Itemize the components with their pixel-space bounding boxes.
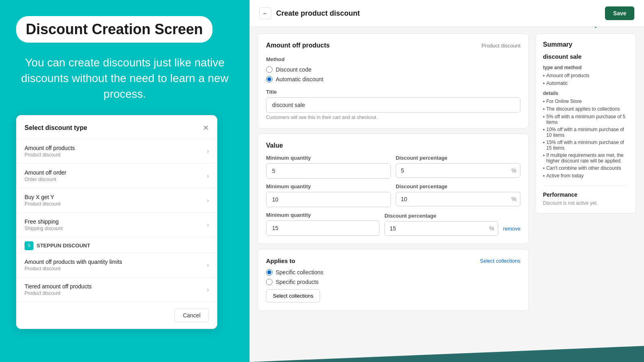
performance-section: Performance Discount is not active yet. (543, 185, 628, 206)
disc-pct-input-2[interactable] (396, 192, 520, 206)
save-button[interactable]: Save (605, 6, 634, 20)
value-row-1: Minimum quantity Discount percentage % (266, 155, 520, 179)
pct-suffix-3: % (489, 225, 494, 232)
summary-type-method-label: type and method (543, 65, 628, 70)
summary-list-item: 10% off with a minimum purchase of 10 it… (543, 127, 628, 138)
item-main-label: Tiered amount off products (25, 283, 92, 290)
cancel-button[interactable]: Cancel (174, 309, 209, 322)
radio-specific-collections[interactable]: Specific collections (266, 269, 520, 276)
chevron-right-icon: › (207, 197, 209, 204)
value-card-title: Value (266, 142, 520, 149)
radio-automatic-discount-input[interactable] (266, 76, 272, 82)
min-qty-group-2: Minimum quantity (266, 183, 391, 207)
method-card: Amount off products Product discount Met… (258, 33, 529, 129)
summary-list-item: The discount applies to collections (543, 106, 628, 112)
radio-automatic-discount-label: Automatic discount (276, 76, 323, 82)
modal-close-button[interactable]: ✕ (203, 123, 209, 132)
item-sub-label: Product discount (25, 201, 60, 207)
min-qty-input-3[interactable] (266, 220, 380, 236)
disc-pct-input-1[interactable] (396, 163, 520, 178)
item-main-label: Amount off order (25, 169, 66, 176)
performance-text: Discount is not active yet. (543, 200, 628, 206)
radio-discount-code[interactable]: Discount code (266, 66, 520, 73)
radio-specific-products-input[interactable] (266, 279, 272, 285)
summary-type-method-list: Amount off products Automatic (543, 73, 628, 86)
item-main-label: Amount off products (25, 145, 75, 151)
steppun-section: S STEPPUN DISCOUNT (17, 237, 217, 253)
applies-to-title: Applies to (266, 257, 295, 264)
item-sub-label: Order discount (25, 177, 66, 182)
list-item[interactable]: Buy X get Y Product discount › (17, 188, 217, 213)
right-area: ← Create product discount Save Amount of… (250, 0, 644, 362)
left-panel: Discount Creation Screen You can create … (0, 0, 250, 362)
method-radio-group: Discount code Automatic discount (266, 66, 520, 82)
summary-list-item: 5% off with a minimum purchase of 5 item… (543, 114, 628, 125)
applies-to-card: Applies to Select collections Specific c… (258, 249, 529, 311)
radio-discount-code-label: Discount code (276, 66, 312, 73)
select-collections-button[interactable]: Select collections (266, 289, 320, 302)
value-row-2: Minimum quantity Discount percentage % (266, 183, 520, 207)
min-qty-input-2[interactable] (266, 192, 391, 207)
card-title: Amount off products (266, 42, 330, 49)
summary-list-item: If multiple requirements are met, the hi… (543, 152, 628, 164)
modal-header: Select discount type ✕ (17, 115, 217, 139)
radio-specific-collections-input[interactable] (266, 269, 272, 276)
min-qty-input-1[interactable] (266, 163, 391, 179)
min-qty-label-3: Minimum quantity (266, 212, 380, 218)
chevron-right-icon: › (207, 286, 209, 293)
summary-title: Summary (543, 41, 628, 48)
summary-list-item: Active from today (543, 173, 628, 179)
summary-list-item: For Online Store (543, 99, 628, 105)
summary-details-label: details (543, 90, 628, 96)
back-button[interactable]: ← (259, 7, 271, 19)
min-qty-group-1: Minimum quantity (266, 155, 391, 179)
disc-pct-label-3: Discount percentage (384, 213, 498, 219)
modal-footer: Cancel (17, 302, 217, 329)
list-item[interactable]: Amount off products Product discount › (17, 139, 217, 164)
radio-specific-products[interactable]: Specific products (266, 279, 520, 285)
summary-discount-name: discount sale (543, 53, 628, 60)
summary-list-item: 15% off with a minimum purchase of 15 it… (543, 140, 628, 151)
list-item[interactable]: Amount off order Order discount › (17, 164, 217, 188)
list-item[interactable]: Free shipping Shipping discount › (17, 213, 217, 237)
steppun-icon: S (25, 241, 33, 250)
title-input[interactable] (266, 97, 520, 113)
radio-specific-products-label: Specific products (276, 279, 319, 285)
item-sub-label: Product discount (25, 290, 92, 296)
chevron-right-icon: › (207, 148, 209, 154)
pct-suffix-1: % (512, 167, 516, 174)
card-header: Amount off products Product discount (266, 42, 520, 49)
item-sub-label: Product discount (25, 152, 75, 158)
select-collections-link[interactable]: Select collections (480, 258, 520, 264)
item-main-label: Buy X get Y (25, 194, 60, 200)
form-panel: Amount off products Product discount Met… (258, 33, 529, 356)
title-field-hint: Customers will see this in their cart an… (266, 115, 520, 120)
radio-specific-collections-label: Specific collections (276, 269, 323, 276)
radio-discount-code-input[interactable] (266, 66, 272, 73)
disc-pct-group-2: Discount percentage % (396, 183, 520, 207)
min-qty-label-2: Minimum quantity (266, 183, 391, 189)
summary-list-item: Can't combine with other discounts (543, 165, 628, 171)
value-row-3: Minimum quantity Discount percentage % r… (266, 212, 520, 236)
summary-list-item: Amount off products (543, 73, 628, 79)
summary-card: Summary discount sale type and method Am… (535, 33, 636, 214)
item-sub-label: Product discount (25, 266, 122, 272)
header-left: ← Create product discount (259, 7, 360, 19)
steppun-label: STEPPUN DISCOUNT (37, 243, 90, 249)
list-item[interactable]: Tiered amount off products Product disco… (17, 278, 217, 302)
method-label: Method (266, 56, 520, 62)
radio-automatic-discount[interactable]: Automatic discount (266, 76, 520, 82)
item-main-label: Free shipping (25, 218, 63, 225)
min-qty-label-1: Minimum quantity (266, 155, 391, 161)
value-card: Value Minimum quantity Discount percenta… (258, 134, 529, 244)
list-item[interactable]: Amount off products with quantity limits… (17, 253, 217, 278)
remove-row-link[interactable]: remove (503, 226, 520, 232)
summary-panel: Summary discount sale type and method Am… (535, 33, 636, 356)
header-bar: ← Create product discount Save (250, 0, 644, 27)
applies-to-radio-group: Specific collections Specific products (266, 269, 520, 285)
disc-pct-input-3[interactable] (384, 221, 498, 236)
chevron-right-icon: › (207, 222, 209, 228)
summary-details-list: For Online Store The discount applies to… (543, 99, 628, 179)
title-field-label: Title (266, 89, 520, 95)
page-title: Discount Creation Screen (16, 16, 213, 43)
